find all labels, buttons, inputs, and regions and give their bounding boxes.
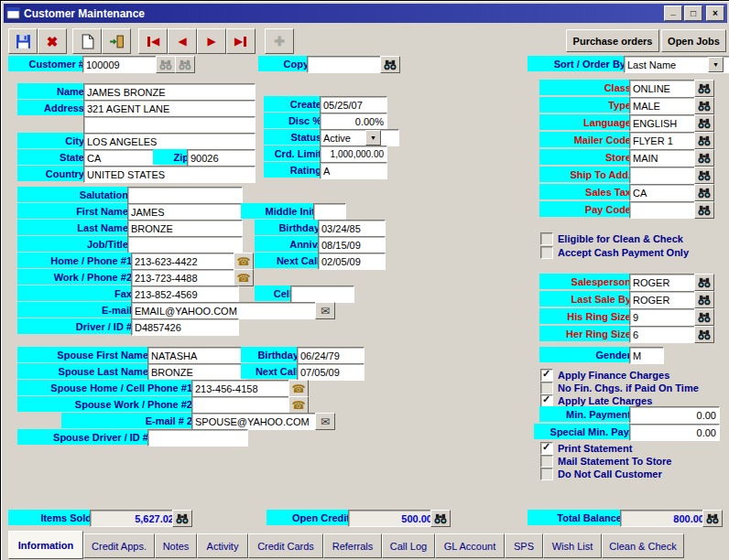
new-button[interactable] — [72, 28, 102, 54]
spouse-next-call-input[interactable]: 07/05/09 — [297, 363, 364, 381]
purchase-orders-button[interactable]: Purchase orders — [566, 29, 659, 52]
last-sale-by-input[interactable]: ROGER — [629, 291, 700, 308]
save-button[interactable] — [8, 28, 38, 54]
store-input[interactable]: MAIN — [629, 149, 700, 167]
spouse-home-phone-input[interactable]: 213-456-4158 — [191, 380, 294, 397]
home-phone-input[interactable]: 213-623-4422 — [131, 253, 239, 270]
title-bar[interactable]: Customer Maintenance _ □ × — [4, 4, 727, 23]
spouse-work-dial-button[interactable]: ☎ — [288, 396, 309, 414]
spouse-work-phone-input[interactable] — [191, 396, 294, 414]
country-input[interactable]: UNITED STATES — [83, 166, 256, 183]
print-statement-checkbox[interactable]: Print Statement — [540, 442, 632, 455]
type-lookup-button[interactable] — [694, 97, 714, 114]
status-dropdown-arrow-icon[interactable]: ▼ — [365, 130, 381, 145]
pay-code-lookup-button[interactable] — [694, 201, 714, 219]
minimize-button[interactable]: _ — [664, 5, 682, 21]
salesperson-input[interactable]: ROGER — [629, 274, 700, 291]
delete-button[interactable]: ✖ — [38, 28, 67, 54]
tab-referrals[interactable]: Referrals — [323, 533, 382, 558]
mail-statement-checkbox[interactable]: Mail Statement To Store — [540, 455, 671, 468]
checkbox-box[interactable] — [540, 468, 553, 480]
disc-input[interactable]: 0.00% — [320, 113, 387, 130]
create-input[interactable]: 05/25/07 — [320, 96, 387, 113]
birthday-input[interactable]: 03/24/85 — [318, 220, 386, 237]
mailer-code-lookup-button[interactable] — [694, 132, 714, 149]
tab-activity[interactable]: Activity — [197, 533, 248, 558]
do-not-call-checkbox[interactable]: Do Not Call Customer — [540, 468, 662, 480]
tab-sps[interactable]: SPS — [505, 533, 543, 558]
close-button[interactable]: × — [706, 5, 724, 21]
nav-last-button[interactable]: ▶ — [226, 28, 256, 54]
items-sold-lookup-button[interactable] — [172, 510, 192, 527]
last-sale-by-lookup-button[interactable] — [694, 291, 714, 308]
rating-input[interactable]: A — [320, 162, 387, 179]
last-name-input[interactable]: BRONZE — [127, 220, 243, 237]
state-input[interactable]: CA — [83, 149, 158, 167]
status-select[interactable]: Active — [320, 129, 399, 146]
customer-number-input[interactable]: 100009 — [82, 56, 161, 73]
checkbox-box[interactable] — [540, 246, 553, 259]
apply-late-charges-checkbox[interactable]: Apply Late Charges — [540, 394, 652, 407]
nav-next-button[interactable]: ▶ — [197, 28, 226, 54]
checkbox-box[interactable] — [540, 369, 553, 382]
ship-to-lookup-button[interactable] — [694, 167, 714, 184]
tab-gl-account[interactable]: GL Account — [435, 533, 505, 558]
checkbox-box[interactable] — [540, 394, 553, 407]
type-input[interactable]: MALE — [629, 97, 700, 114]
language-input[interactable]: ENGLISH — [629, 114, 700, 132]
mailer-code-input[interactable]: FLYER 1 — [629, 132, 700, 149]
exit-button[interactable] — [102, 28, 131, 54]
her-ring-size-input[interactable]: 6 — [629, 326, 700, 343]
tab-notes[interactable]: Notes — [155, 533, 197, 558]
tab-clean-check[interactable]: Clean & Check — [602, 533, 684, 558]
no-finance-if-paid-checkbox[interactable]: No Fin. Chgs. if Paid On Time — [540, 382, 699, 394]
credit-limit-input[interactable]: 1,000,000.00 — [320, 145, 387, 163]
salesperson-lookup-button[interactable] — [694, 274, 714, 291]
next-call-input[interactable]: 02/05/09 — [318, 253, 386, 270]
eligible-clean-check-checkbox[interactable]: Eligible for Clean & Check — [540, 232, 683, 245]
language-lookup-button[interactable] — [694, 114, 714, 132]
copy-lookup-button[interactable] — [380, 56, 400, 73]
driver-id-input[interactable]: D4857426 — [131, 318, 239, 336]
his-ring-lookup-button[interactable] — [694, 308, 714, 326]
min-payment-input[interactable]: 0.00 — [629, 406, 720, 424]
city-input[interactable]: LOS ANGELES — [83, 133, 256, 150]
class-lookup-button[interactable] — [694, 80, 714, 97]
address2-input[interactable] — [83, 116, 256, 134]
gender-input[interactable]: M — [629, 347, 664, 364]
email2-input[interactable]: SPOUSE@YAHOO.COM — [191, 413, 320, 430]
home-phone-dial-button[interactable]: ☎ — [234, 253, 254, 270]
his-ring-size-input[interactable]: 9 — [629, 308, 700, 326]
checkbox-box[interactable] — [540, 232, 553, 245]
ship-to-input[interactable] — [629, 167, 700, 184]
accept-cash-only-checkbox[interactable]: Accept Cash Payment Only — [540, 246, 689, 259]
spouse-first-name-input[interactable]: NATASHA — [147, 347, 246, 364]
pay-code-input[interactable] — [629, 201, 700, 219]
work-phone-dial-button[interactable]: ☎ — [234, 269, 254, 286]
class-input[interactable]: ONLINE — [629, 80, 700, 97]
checkbox-box[interactable] — [540, 382, 553, 394]
name-input[interactable]: JAMES BRONZE — [83, 83, 256, 101]
apply-finance-charges-checkbox[interactable]: Apply Finance Charges — [540, 369, 669, 382]
open-jobs-button[interactable]: Open Jobs — [661, 29, 726, 52]
first-name-input[interactable]: JAMES — [127, 203, 243, 221]
cell-input[interactable] — [290, 285, 354, 303]
nav-first-button[interactable]: ◀ — [138, 28, 168, 54]
copy-input[interactable] — [307, 56, 386, 73]
total-balance-lookup-button[interactable] — [702, 510, 723, 527]
job-title-input[interactable] — [127, 236, 243, 253]
sales-tax-input[interactable]: CA — [629, 184, 700, 201]
her-ring-lookup-button[interactable] — [694, 326, 714, 343]
email2-send-button[interactable]: ✉ — [315, 413, 335, 430]
store-lookup-button[interactable] — [694, 149, 714, 167]
spouse-driver-id-input[interactable] — [147, 429, 248, 447]
spouse-home-dial-button[interactable]: ☎ — [288, 380, 309, 397]
fax-input[interactable]: 213-852-4569 — [131, 285, 239, 303]
spouse-birthday-input[interactable]: 06/24/79 — [297, 347, 364, 364]
maximize-button[interactable]: □ — [684, 5, 702, 21]
tab-wish-list[interactable]: Wish List — [543, 533, 602, 558]
salutation-input[interactable] — [127, 187, 243, 204]
email-input[interactable]: EMAIL@YAHOO.COM — [131, 302, 320, 319]
zip-input[interactable]: 90026 — [187, 149, 256, 167]
middle-init-input[interactable] — [313, 203, 346, 221]
